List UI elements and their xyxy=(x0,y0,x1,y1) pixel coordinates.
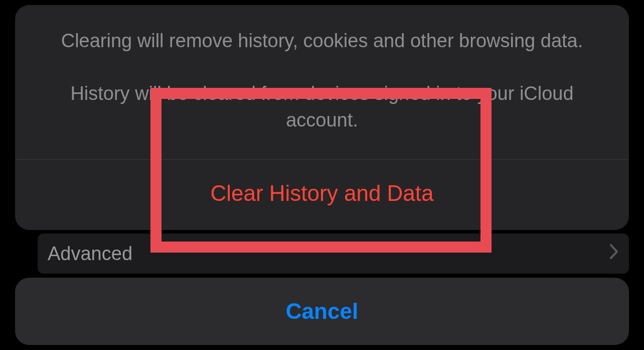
clear-history-and-data-button[interactable]: Clear History and Data xyxy=(15,160,629,230)
settings-row-label: Advanced xyxy=(48,243,132,265)
action-sheet-message: Clearing will remove history, cookies an… xyxy=(15,5,629,160)
action-sheet: Clearing will remove history, cookies an… xyxy=(15,5,629,230)
chevron-right-icon xyxy=(610,244,619,263)
action-sheet-message-line1: Clearing will remove history, cookies an… xyxy=(38,28,606,54)
action-sheet-message-line2: History will be cleared from devices sig… xyxy=(38,80,606,134)
cancel-button[interactable]: Cancel xyxy=(15,278,629,345)
settings-row-advanced: Advanced xyxy=(38,234,629,274)
